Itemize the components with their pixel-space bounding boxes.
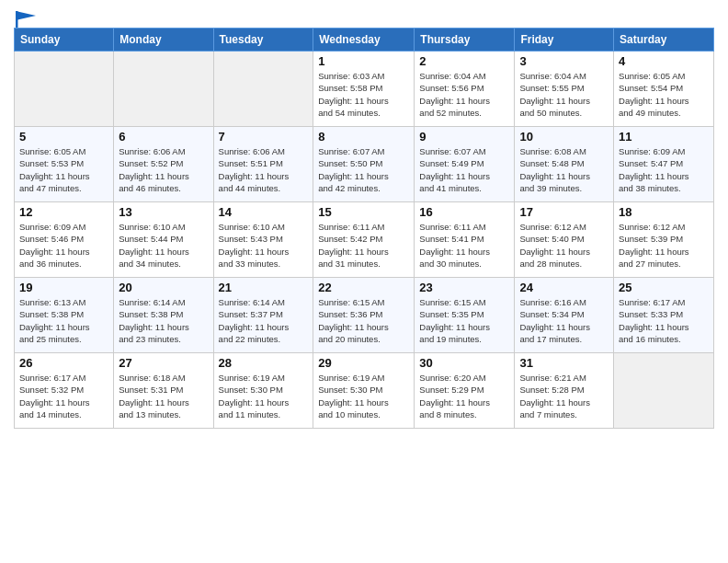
day-info: Sunrise: 6:11 AM Sunset: 5:41 PM Dayligh…	[419, 221, 509, 270]
calendar-cell: 10Sunrise: 6:08 AM Sunset: 5:48 PM Dayli…	[515, 127, 614, 202]
day-number: 23	[419, 281, 509, 294]
weekday-header-sunday: Sunday	[15, 29, 114, 52]
day-number: 7	[219, 130, 309, 144]
day-info: Sunrise: 6:04 AM Sunset: 5:55 PM Dayligh…	[519, 70, 609, 119]
weekday-header-friday: Friday	[515, 29, 614, 52]
calendar-cell: 19Sunrise: 6:13 AM Sunset: 5:38 PM Dayli…	[15, 278, 114, 353]
day-info: Sunrise: 6:03 AM Sunset: 5:58 PM Dayligh…	[318, 70, 409, 119]
day-number: 5	[19, 130, 108, 144]
day-info: Sunrise: 6:15 AM Sunset: 5:36 PM Dayligh…	[318, 296, 409, 345]
calendar-cell: 20Sunrise: 6:14 AM Sunset: 5:38 PM Dayli…	[114, 278, 213, 353]
calendar-cell: 29Sunrise: 6:19 AM Sunset: 5:30 PM Dayli…	[313, 353, 415, 429]
day-info: Sunrise: 6:12 AM Sunset: 5:39 PM Dayligh…	[619, 221, 709, 270]
calendar-cell	[15, 52, 114, 127]
day-number: 17	[519, 205, 609, 219]
calendar-cell: 25Sunrise: 6:17 AM Sunset: 5:33 PM Dayli…	[614, 278, 714, 353]
week-row-0: 1Sunrise: 6:03 AM Sunset: 5:58 PM Daylig…	[15, 52, 714, 127]
logo	[14, 13, 36, 24]
day-number: 20	[119, 281, 208, 294]
calendar-cell: 23Sunrise: 6:15 AM Sunset: 5:35 PM Dayli…	[415, 278, 515, 353]
day-number: 19	[19, 281, 108, 294]
calendar-cell	[213, 52, 313, 127]
day-number: 29	[318, 356, 409, 370]
day-info: Sunrise: 6:18 AM Sunset: 5:31 PM Dayligh…	[119, 372, 208, 420]
day-number: 12	[19, 205, 108, 219]
day-number: 27	[119, 356, 208, 370]
day-number: 21	[219, 281, 309, 294]
day-number: 25	[619, 281, 709, 294]
day-info: Sunrise: 6:07 AM Sunset: 5:50 PM Dayligh…	[318, 145, 409, 194]
day-info: Sunrise: 6:20 AM Sunset: 5:29 PM Dayligh…	[419, 372, 509, 420]
logo-flag-icon	[16, 11, 36, 28]
calendar-cell: 24Sunrise: 6:16 AM Sunset: 5:34 PM Dayli…	[515, 278, 614, 353]
day-number: 16	[419, 205, 509, 219]
calendar-cell: 30Sunrise: 6:20 AM Sunset: 5:29 PM Dayli…	[415, 353, 515, 429]
calendar-cell: 13Sunrise: 6:10 AM Sunset: 5:44 PM Dayli…	[114, 202, 213, 278]
day-info: Sunrise: 6:04 AM Sunset: 5:56 PM Dayligh…	[419, 70, 509, 119]
day-info: Sunrise: 6:19 AM Sunset: 5:30 PM Dayligh…	[318, 372, 409, 420]
calendar-cell: 8Sunrise: 6:07 AM Sunset: 5:50 PM Daylig…	[313, 127, 415, 202]
day-info: Sunrise: 6:09 AM Sunset: 5:47 PM Dayligh…	[619, 145, 709, 194]
calendar-cell: 1Sunrise: 6:03 AM Sunset: 5:58 PM Daylig…	[313, 52, 415, 127]
day-number: 14	[219, 205, 309, 219]
weekday-header-thursday: Thursday	[415, 29, 515, 52]
calendar-cell: 6Sunrise: 6:06 AM Sunset: 5:52 PM Daylig…	[114, 127, 213, 202]
day-info: Sunrise: 6:10 AM Sunset: 5:44 PM Dayligh…	[119, 221, 208, 270]
day-number: 9	[419, 130, 509, 144]
calendar-cell: 2Sunrise: 6:04 AM Sunset: 5:56 PM Daylig…	[415, 52, 515, 127]
svg-marker-0	[16, 11, 36, 20]
day-number: 10	[519, 130, 609, 144]
day-number: 30	[419, 356, 509, 370]
day-info: Sunrise: 6:15 AM Sunset: 5:35 PM Dayligh…	[419, 296, 509, 345]
day-number: 4	[619, 54, 709, 68]
svg-rect-1	[16, 11, 18, 28]
day-info: Sunrise: 6:17 AM Sunset: 5:33 PM Dayligh…	[619, 296, 709, 345]
day-number: 28	[219, 356, 309, 370]
day-number: 1	[318, 54, 409, 68]
calendar-cell: 9Sunrise: 6:07 AM Sunset: 5:49 PM Daylig…	[415, 127, 515, 202]
day-info: Sunrise: 6:05 AM Sunset: 5:54 PM Dayligh…	[619, 70, 709, 119]
day-info: Sunrise: 6:06 AM Sunset: 5:51 PM Dayligh…	[219, 145, 309, 194]
calendar-cell: 14Sunrise: 6:10 AM Sunset: 5:43 PM Dayli…	[213, 202, 313, 278]
day-number: 31	[519, 356, 609, 370]
day-info: Sunrise: 6:09 AM Sunset: 5:46 PM Dayligh…	[19, 221, 108, 270]
header	[14, 9, 714, 24]
week-row-2: 12Sunrise: 6:09 AM Sunset: 5:46 PM Dayli…	[15, 202, 714, 278]
day-info: Sunrise: 6:21 AM Sunset: 5:28 PM Dayligh…	[519, 372, 609, 420]
calendar-cell: 22Sunrise: 6:15 AM Sunset: 5:36 PM Dayli…	[313, 278, 415, 353]
day-number: 6	[119, 130, 208, 144]
day-info: Sunrise: 6:13 AM Sunset: 5:38 PM Dayligh…	[19, 296, 108, 345]
day-number: 26	[19, 356, 108, 370]
day-number: 18	[619, 205, 709, 219]
week-row-1: 5Sunrise: 6:05 AM Sunset: 5:53 PM Daylig…	[15, 127, 714, 202]
calendar-cell: 3Sunrise: 6:04 AM Sunset: 5:55 PM Daylig…	[515, 52, 614, 127]
day-info: Sunrise: 6:08 AM Sunset: 5:48 PM Dayligh…	[519, 145, 609, 194]
day-number: 3	[519, 54, 609, 68]
calendar-cell	[114, 52, 213, 127]
day-number: 2	[419, 54, 509, 68]
calendar-cell: 7Sunrise: 6:06 AM Sunset: 5:51 PM Daylig…	[213, 127, 313, 202]
calendar-cell: 4Sunrise: 6:05 AM Sunset: 5:54 PM Daylig…	[614, 52, 714, 127]
weekday-header-row: SundayMondayTuesdayWednesdayThursdayFrid…	[15, 29, 714, 52]
day-info: Sunrise: 6:10 AM Sunset: 5:43 PM Dayligh…	[219, 221, 309, 270]
week-row-3: 19Sunrise: 6:13 AM Sunset: 5:38 PM Dayli…	[15, 278, 714, 353]
day-number: 13	[119, 205, 208, 219]
day-info: Sunrise: 6:19 AM Sunset: 5:30 PM Dayligh…	[219, 372, 309, 420]
day-info: Sunrise: 6:06 AM Sunset: 5:52 PM Dayligh…	[119, 145, 208, 194]
calendar-table: SundayMondayTuesdayWednesdayThursdayFrid…	[14, 28, 714, 429]
day-info: Sunrise: 6:14 AM Sunset: 5:37 PM Dayligh…	[219, 296, 309, 345]
calendar-cell: 11Sunrise: 6:09 AM Sunset: 5:47 PM Dayli…	[614, 127, 714, 202]
week-row-4: 26Sunrise: 6:17 AM Sunset: 5:32 PM Dayli…	[15, 353, 714, 429]
weekday-header-monday: Monday	[114, 29, 213, 52]
calendar-cell: 26Sunrise: 6:17 AM Sunset: 5:32 PM Dayli…	[15, 353, 114, 429]
calendar-container: SundayMondayTuesdayWednesdayThursdayFrid…	[0, 0, 728, 433]
calendar-cell: 21Sunrise: 6:14 AM Sunset: 5:37 PM Dayli…	[213, 278, 313, 353]
day-info: Sunrise: 6:05 AM Sunset: 5:53 PM Dayligh…	[19, 145, 108, 194]
calendar-cell: 31Sunrise: 6:21 AM Sunset: 5:28 PM Dayli…	[515, 353, 614, 429]
calendar-cell: 18Sunrise: 6:12 AM Sunset: 5:39 PM Dayli…	[614, 202, 714, 278]
weekday-header-tuesday: Tuesday	[213, 29, 313, 52]
day-number: 15	[318, 205, 409, 219]
day-info: Sunrise: 6:17 AM Sunset: 5:32 PM Dayligh…	[19, 372, 108, 420]
day-info: Sunrise: 6:14 AM Sunset: 5:38 PM Dayligh…	[119, 296, 208, 345]
calendar-cell: 15Sunrise: 6:11 AM Sunset: 5:42 PM Dayli…	[313, 202, 415, 278]
